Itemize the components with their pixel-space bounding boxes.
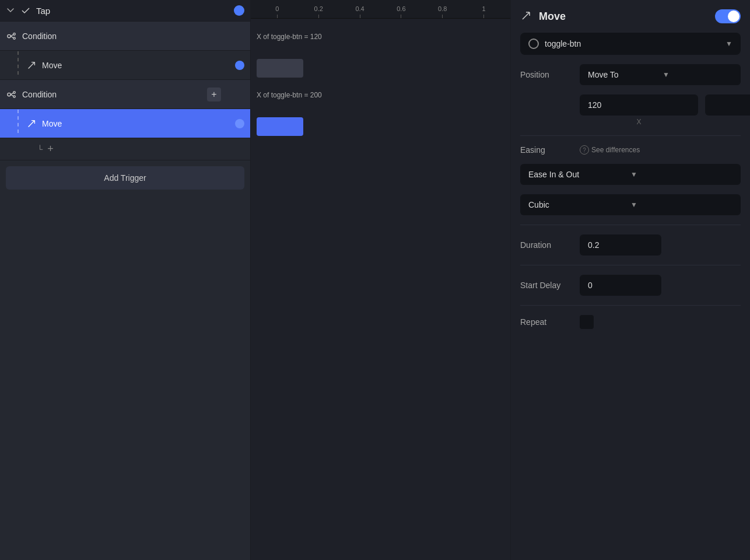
position-dropdown-value: Move To [588, 70, 658, 79]
ruler-label-5: 1 [482, 5, 485, 12]
svg-point-7 [13, 95, 16, 97]
ruler-mark-1: 0.2 [298, 5, 339, 18]
svg-point-0 [8, 34, 10, 37]
tap-icon [20, 5, 31, 16]
ruler-label-4: 0.8 [438, 5, 447, 12]
trigger-active-dot [234, 5, 244, 16]
repeat-row: Repeat [520, 315, 741, 329]
x-coord-field: X [580, 94, 698, 126]
svg-point-2 [13, 37, 16, 39]
condition1-info: X of toggle-btn = 120 [257, 33, 322, 41]
condition-icon-1 [6, 30, 17, 42]
easing-label: Easing [520, 145, 573, 155]
position-dropdown-container: Move To ▼ [580, 64, 741, 85]
toggle-switch[interactable] [715, 9, 741, 23]
y-input[interactable] [705, 94, 750, 116]
divider-1 [520, 135, 741, 136]
move-dot-2 [235, 119, 244, 128]
divider-2 [520, 225, 741, 225]
svg-line-8 [10, 93, 13, 94]
easing-curve-dropdown[interactable]: Cubic ▼ [520, 194, 741, 215]
panel-header: Move [520, 9, 741, 23]
svg-point-1 [13, 33, 16, 35]
start-delay-label: Start Delay [520, 281, 573, 290]
move2-timeline-row [257, 112, 504, 141]
move1-timeline-row [257, 54, 504, 83]
ruler-label-2: 0.4 [355, 5, 364, 12]
move-icon-1 [26, 60, 37, 71]
see-differences-text: See differences [591, 146, 640, 154]
panel-title: Move [539, 10, 709, 23]
repeat-checkbox[interactable] [580, 315, 594, 329]
help-icon: ? [580, 145, 589, 155]
target-chevron-icon: ▼ [726, 40, 733, 48]
ruler-label-1: 0.2 [314, 5, 323, 12]
condition2-row-area: X of toggle-btn = 200 [257, 83, 504, 112]
start-delay-input[interactable] [580, 275, 661, 296]
position-label: Position [520, 70, 573, 79]
add-child-plus[interactable]: + [207, 88, 221, 102]
position-row: Position Move To ▼ [520, 64, 741, 85]
move-row-2[interactable]: Move [0, 109, 250, 138]
move-label-1: Move [42, 61, 230, 70]
condition1-row-area: X of toggle-btn = 120 [257, 24, 504, 54]
see-differences-link[interactable]: ? See differences [580, 145, 640, 155]
move1-block[interactable] [257, 59, 303, 78]
ruler-marks: 0 0.2 0.4 0.6 0.8 1 [257, 0, 504, 18]
condition-row-2[interactable]: Condition + [0, 80, 250, 109]
trigger-label: Tap [36, 6, 229, 16]
easing-type-dropdown[interactable]: Ease In & Out ▼ [520, 164, 741, 185]
add-trigger-button[interactable]: Add Trigger [6, 166, 244, 190]
timeline-ruler: 0 0.2 0.4 0.6 0.8 1 [251, 0, 510, 19]
position-dropdown[interactable]: Move To ▼ [580, 64, 741, 85]
target-circle-icon [528, 38, 539, 49]
ruler-label-3: 0.6 [397, 5, 405, 12]
move-icon-2 [26, 118, 37, 130]
add-child-button[interactable]: └ + [0, 138, 250, 160]
ruler-mark-0: 0 [257, 5, 298, 18]
move2-block[interactable] [257, 117, 303, 136]
chevron-down-icon [6, 6, 15, 15]
svg-point-6 [13, 91, 16, 93]
condition-label-1: Condition [22, 32, 244, 41]
duration-input[interactable] [580, 235, 661, 256]
easing-curve-value: Cubic [528, 200, 630, 209]
trigger-header[interactable]: Tap [0, 0, 250, 22]
move-row-1[interactable]: Move [0, 51, 250, 80]
coord-row: X Y [580, 94, 741, 126]
divider-3 [520, 265, 741, 265]
divider-4 [520, 305, 741, 306]
y-coord-field: Y [705, 94, 750, 126]
ruler-mark-5: 1 [463, 5, 504, 18]
duration-row: Duration [520, 235, 741, 256]
position-chevron-icon: ▼ [663, 71, 733, 79]
svg-point-5 [8, 93, 10, 96]
start-delay-row: Start Delay [520, 275, 741, 296]
left-panel: Tap Condition Move [0, 0, 251, 560]
x-input[interactable] [580, 94, 698, 116]
move-panel-icon [520, 10, 533, 23]
middle-panel: 0 0.2 0.4 0.6 0.8 1 [251, 0, 511, 560]
condition-row-1[interactable]: Condition [0, 22, 250, 51]
easing-chevron-icon: ▼ [630, 170, 733, 178]
svg-line-4 [10, 36, 13, 38]
ruler-mark-3: 0.6 [380, 5, 422, 18]
easing-type-value: Ease In & Out [528, 170, 630, 179]
target-dropdown[interactable]: toggle-btn ▼ [520, 33, 741, 55]
move-label-2: Move [42, 119, 230, 128]
svg-line-3 [10, 34, 13, 36]
svg-line-9 [10, 94, 13, 96]
condition-icon-2 [6, 89, 17, 100]
repeat-label: Repeat [520, 317, 573, 327]
duration-label: Duration [520, 240, 573, 250]
ruler-mark-4: 0.8 [422, 5, 463, 18]
easing-header-row: Easing ? See differences [520, 145, 741, 155]
right-panel: Move toggle-btn ▼ Position Move To ▼ X Y [511, 0, 750, 560]
y-axis-label: Y [705, 118, 750, 126]
condition2-info: X of toggle-btn = 200 [257, 91, 322, 99]
curve-chevron-icon: ▼ [630, 201, 733, 209]
toggle-knob [728, 10, 740, 22]
ruler-label-0: 0 [275, 5, 279, 12]
move-dot-1 [235, 61, 244, 70]
x-axis-label: X [580, 118, 698, 126]
